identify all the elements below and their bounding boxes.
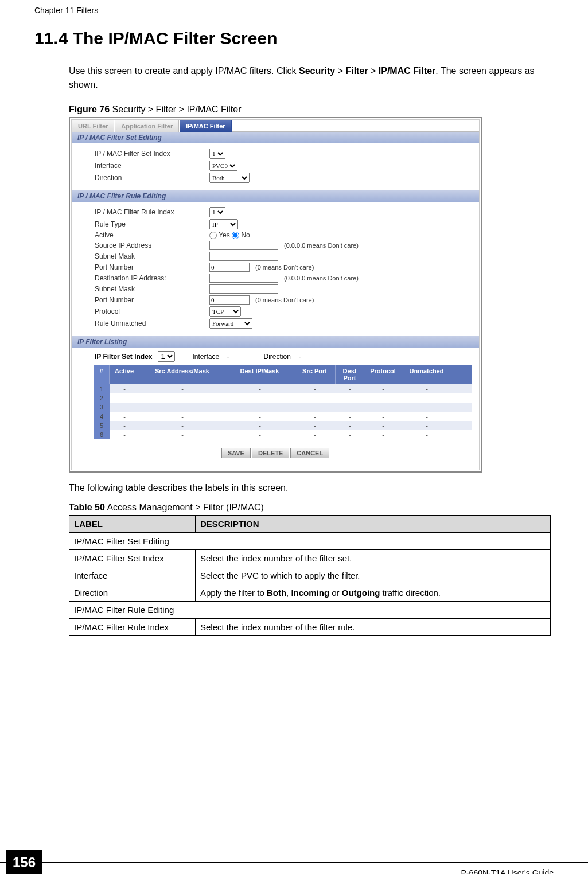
row-label: Interface <box>69 567 196 584</box>
row-desc: Apply the filter to Both, Incoming or Ou… <box>196 584 551 602</box>
cell: - <box>110 421 139 430</box>
value-listing-direction: - <box>298 353 301 361</box>
figure-caption: Figure 76 Security > Filter > IP/MAC Fil… <box>69 104 554 115</box>
select-protocol[interactable]: TCP <box>209 306 241 317</box>
label-interface: Interface <box>95 162 209 170</box>
label-rule-type: Rule Type <box>95 220 209 228</box>
cancel-button[interactable]: CANCEL <box>290 448 329 458</box>
col-dst: Dest IP/Mask <box>225 365 294 384</box>
cell: - <box>402 403 451 412</box>
chapter-header: Chapter 11 Filters <box>34 6 554 15</box>
label-listing-direction: Direction <box>264 353 291 361</box>
cell: - <box>364 403 402 412</box>
screenshot-frame: URL Filter Application Filter IP/MAC Fil… <box>69 117 482 473</box>
cell: - <box>225 384 294 393</box>
cell: - <box>402 430 451 439</box>
select-rule-type[interactable]: IP <box>209 219 238 229</box>
delete-button[interactable]: DELETE <box>252 448 289 458</box>
cell: - <box>402 393 451 403</box>
label-port-src: Port Number <box>95 263 209 271</box>
th-description: DESCRIPTION <box>196 516 551 533</box>
text: or <box>329 588 342 598</box>
col-num: # <box>94 365 110 384</box>
cell: - <box>364 393 402 403</box>
radio-active-no[interactable] <box>232 232 239 239</box>
label-rule-unmatched: Rule Unmatched <box>95 319 209 327</box>
row-desc: Select the index number of the filter ru… <box>196 619 551 636</box>
select-rule-index[interactable]: 1 <box>209 207 225 217</box>
intro-sep2: > <box>368 66 379 76</box>
select-listing-set-index[interactable]: 1 <box>158 351 175 362</box>
row-desc: Select the PVC to which to apply the fil… <box>196 567 551 584</box>
text: traffic direction. <box>380 588 441 598</box>
cell: - <box>336 393 364 403</box>
cell: - <box>402 384 451 393</box>
hint-dest-ip: (0.0.0.0 means Don't care) <box>284 275 359 282</box>
select-interface[interactable]: PVC0 <box>209 161 237 171</box>
cell: - <box>402 412 451 421</box>
hint-source-ip: (0.0.0.0 means Don't care) <box>284 242 359 249</box>
th-label: LABEL <box>69 516 196 533</box>
select-rule-unmatched[interactable]: Forward <box>209 318 252 329</box>
tab-ipmac-filter[interactable]: IP/MAC Filter <box>180 120 231 132</box>
input-port-dst[interactable] <box>209 295 250 305</box>
input-port-src[interactable] <box>209 263 250 272</box>
table-row: 3------- <box>94 403 472 412</box>
cell-num: 4 <box>94 412 110 421</box>
radio-active-yes[interactable] <box>209 232 217 239</box>
cell: - <box>139 412 225 421</box>
cell: - <box>225 393 294 403</box>
input-subnet-mask-src[interactable] <box>209 252 278 261</box>
table-caption: Table 50 Access Management > Filter (IP/… <box>69 502 554 513</box>
figure-number: Figure 76 <box>69 104 110 114</box>
intro-sep: > <box>335 66 345 76</box>
cell-num: 3 <box>94 403 110 412</box>
cell: - <box>110 403 139 412</box>
cell: - <box>294 421 336 430</box>
cell: - <box>294 403 336 412</box>
cell: - <box>402 421 451 430</box>
tab-url-filter[interactable]: URL Filter <box>72 120 114 132</box>
input-subnet-mask-dst[interactable] <box>209 284 278 294</box>
cell: - <box>364 412 402 421</box>
cell: - <box>139 403 225 412</box>
section-ip-filter-listing: IP Filter Listing <box>72 336 479 348</box>
row-label: Direction <box>69 584 196 602</box>
after-figure-text: The following table describes the labels… <box>69 483 554 493</box>
cell-num: 1 <box>94 384 110 393</box>
description-table: LABEL DESCRIPTION IP/MAC Filter Set Edit… <box>69 515 551 636</box>
tab-application-filter[interactable]: Application Filter <box>115 120 179 132</box>
hint-port-src: (0 means Don't care) <box>255 264 314 271</box>
text: Apply the filter to <box>200 588 267 598</box>
save-button[interactable]: SAVE <box>221 448 251 458</box>
cell: - <box>110 393 139 403</box>
label-active: Active <box>95 231 209 239</box>
select-set-index[interactable]: 1 <box>209 149 225 159</box>
input-dest-ip[interactable] <box>209 274 278 283</box>
guide-name: P-660N-T1A User's Guide <box>461 868 554 874</box>
label-dest-ip: Destination IP Address: <box>95 274 209 282</box>
cell: - <box>336 403 364 412</box>
cell: - <box>336 384 364 393</box>
select-direction[interactable]: Both <box>209 173 250 183</box>
row-section-rule-editing: IP/MAC Filter Rule Editing <box>69 602 551 619</box>
label-set-index: IP / MAC Filter Set Index <box>95 150 209 158</box>
cell-num: 2 <box>94 393 110 403</box>
cell: - <box>139 421 225 430</box>
table-row: 5------- <box>94 421 472 430</box>
cell: - <box>139 384 225 393</box>
intro-bold-security: Security <box>299 66 335 76</box>
input-source-ip[interactable] <box>209 241 278 250</box>
intro-bold-filter: Filter <box>345 66 368 76</box>
cell: - <box>294 384 336 393</box>
cell: - <box>336 421 364 430</box>
cell: - <box>225 430 294 439</box>
cell: - <box>225 421 294 430</box>
cell: - <box>139 393 225 403</box>
radio-label-no: No <box>241 231 250 239</box>
cell: - <box>110 384 139 393</box>
tab-bar: URL Filter Application Filter IP/MAC Fil… <box>72 120 479 132</box>
label-listing-interface: Interface <box>192 353 219 361</box>
table-number: Table 50 <box>69 502 105 512</box>
figure-caption-text: Security > Filter > IP/MAC Filter <box>110 104 241 114</box>
